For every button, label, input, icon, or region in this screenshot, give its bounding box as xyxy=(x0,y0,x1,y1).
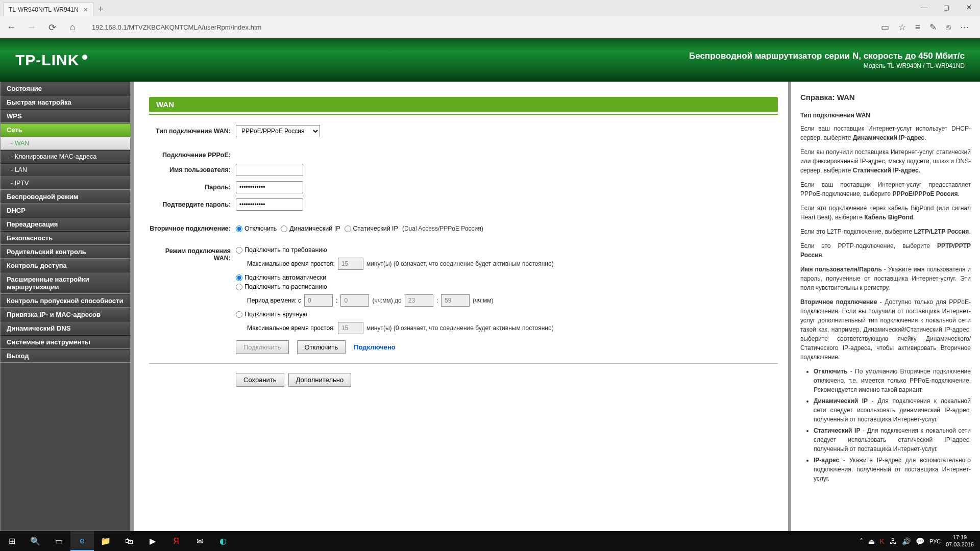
help-panel: Справка: WAN Тип подключения WAN Если ва… xyxy=(788,82,980,531)
task-view-icon[interactable]: ▭ xyxy=(47,531,70,551)
sidebar-item-16[interactable]: Привязка IP- и MAC-адресов xyxy=(1,308,130,321)
yandex-icon[interactable]: Я xyxy=(164,531,188,551)
clock[interactable]: 17:19 07.03.2016 xyxy=(946,534,974,547)
save-button[interactable]: Сохранить xyxy=(236,373,284,387)
forward-button[interactable]: → xyxy=(26,22,38,33)
help-subtitle: Тип подключения WAN xyxy=(800,111,971,120)
edge-icon[interactable]: e xyxy=(70,531,94,551)
sidebar-item-17[interactable]: Динамический DNS xyxy=(1,321,130,335)
tray-network-icon[interactable]: 🖧 xyxy=(890,537,897,545)
sidebar-item-14[interactable]: Расширенные настройки маршрутизации xyxy=(1,272,130,294)
tray-usb-icon[interactable]: ⏏ xyxy=(868,537,875,545)
secondary-static-radio[interactable]: Статический IP xyxy=(345,225,398,232)
media-icon[interactable]: ▶ xyxy=(141,531,164,551)
advanced-button[interactable]: Дополнительно xyxy=(288,373,352,387)
secondary-hint: (Dual Access/PPPoE Россия) xyxy=(402,225,483,232)
connect-button[interactable]: Подключить xyxy=(236,340,289,354)
secondary-label: Вторичное подключение: xyxy=(149,225,236,232)
sidebar: СостояниеБыстрая настройкаWPSСеть- WAN- … xyxy=(0,82,131,531)
reading-view-icon[interactable]: ▭ xyxy=(881,22,889,33)
sidebar-item-2[interactable]: WPS xyxy=(1,109,130,123)
idle1-suffix: минут(ы) (0 означает, что соединение буд… xyxy=(366,260,554,267)
language-indicator[interactable]: РУС xyxy=(929,538,941,544)
mode-manual-radio[interactable]: Подключить вручную xyxy=(236,311,307,318)
home-button[interactable]: ⌂ xyxy=(66,22,79,33)
sidebar-item-6[interactable]: - LAN xyxy=(1,163,130,177)
wan-type-select[interactable]: PPPoE/PPPoE Россия xyxy=(236,125,320,137)
username-label: Имя пользователя: xyxy=(149,166,236,173)
search-icon[interactable]: 🔍 xyxy=(23,531,47,551)
sidebar-item-0[interactable]: Состояние xyxy=(1,82,130,95)
favorite-icon[interactable]: ☆ xyxy=(898,22,906,33)
period-h1-input xyxy=(304,294,333,307)
more-icon[interactable]: ⋯ xyxy=(960,22,969,33)
tray-notify-icon[interactable]: 💬 xyxy=(916,537,924,545)
tray-volume-icon[interactable]: 🔊 xyxy=(902,537,911,545)
router-banner: TP-LINK Беспроводной маршрутизатор серии… xyxy=(0,38,980,82)
confirm-label: Подтвердите пароль: xyxy=(149,201,236,208)
password-input[interactable] xyxy=(236,181,303,193)
sidebar-item-9[interactable]: DHCP xyxy=(1,204,130,217)
connection-status: Подключено xyxy=(354,343,395,351)
period-h2-input xyxy=(405,294,433,307)
logo: TP-LINK xyxy=(15,52,87,69)
disconnect-button[interactable]: Отключить xyxy=(297,340,346,354)
sidebar-item-13[interactable]: Контроль доступа xyxy=(1,259,130,272)
idle1-label: Максимальное время простоя: xyxy=(247,260,335,267)
sidebar-item-1[interactable]: Быстрая настройка xyxy=(1,95,130,109)
store-icon[interactable]: 🛍 xyxy=(117,531,141,551)
sidebar-item-7[interactable]: - IPTV xyxy=(1,177,130,190)
browser-tab[interactable]: TL-WR940N/TL-WR941N × xyxy=(3,2,93,16)
sidebar-item-3[interactable]: Сеть xyxy=(1,123,130,137)
pppoe-section-label: Подключение PPPoE: xyxy=(149,152,236,159)
help-title: Справка: WAN xyxy=(800,92,971,104)
period-m2-input xyxy=(441,294,470,307)
refresh-button[interactable]: ⟳ xyxy=(46,22,58,33)
notes-icon[interactable]: ✎ xyxy=(929,22,937,33)
start-button[interactable]: ⊞ xyxy=(0,531,23,551)
password-label: Пароль: xyxy=(149,184,236,191)
mode-label: Режим подключения WAN: xyxy=(149,246,236,262)
tab-title: TL-WR940N/TL-WR941N xyxy=(9,6,79,13)
confirm-password-input[interactable] xyxy=(236,198,303,211)
idle1-input xyxy=(338,258,363,270)
tray-kaspersky-icon[interactable]: K xyxy=(880,537,885,545)
secondary-disable-radio[interactable]: Отключить xyxy=(236,225,277,232)
sidebar-item-18[interactable]: Системные инструменты xyxy=(1,335,130,349)
banner-model: Модель TL-WR940N / TL-WR941ND xyxy=(689,62,965,69)
wan-type-label: Тип подключения WAN: xyxy=(149,128,236,135)
period-to: (чч:мм) до xyxy=(372,297,401,304)
idle2-input xyxy=(338,322,363,334)
close-tab-icon[interactable]: × xyxy=(84,6,88,14)
sidebar-item-5[interactable]: - Клонирование MAC-адреса xyxy=(1,150,130,163)
page-title: WAN xyxy=(149,97,778,112)
minimize-button[interactable]: — xyxy=(913,0,935,14)
maximize-button[interactable]: ▢ xyxy=(935,0,958,14)
sidebar-item-11[interactable]: Безопасность xyxy=(1,231,130,245)
sidebar-item-10[interactable]: Переадресация xyxy=(1,217,130,231)
sidebar-item-19[interactable]: Выход xyxy=(1,349,130,363)
mode-auto-radio[interactable]: Подключить автоматически xyxy=(236,274,326,281)
back-button[interactable]: ← xyxy=(5,22,17,33)
mode-sched-radio[interactable]: Подключить по расписанию xyxy=(236,283,327,290)
sidebar-item-8[interactable]: Беспроводной режим xyxy=(1,190,130,204)
period-label: Период времени: с xyxy=(247,297,301,304)
period-m1-input xyxy=(340,294,369,307)
close-window-button[interactable]: ✕ xyxy=(958,0,980,14)
sidebar-item-4[interactable]: - WAN xyxy=(1,137,130,150)
app-icon[interactable]: ◐ xyxy=(211,531,235,551)
hub-icon[interactable]: ≡ xyxy=(915,22,920,33)
secondary-dynamic-radio[interactable]: Динамический IP xyxy=(281,225,340,232)
mail-icon[interactable]: ✉ xyxy=(188,531,211,551)
address-bar[interactable]: 192.168.0.1/MTVZKBCAKQNTCMLA/userRpm/Ind… xyxy=(87,23,873,31)
sidebar-item-12[interactable]: Родительский контроль xyxy=(1,245,130,259)
mode-demand-radio[interactable]: Подключить по требованию xyxy=(236,246,327,254)
username-input[interactable] xyxy=(236,164,303,176)
idle2-suffix: минут(ы) (0 означает, что соединение буд… xyxy=(366,324,554,332)
tray-expand-icon[interactable]: ˄ xyxy=(860,537,863,545)
idle2-label: Максимальное время простоя: xyxy=(247,324,335,332)
sidebar-item-15[interactable]: Контроль пропускной способности xyxy=(1,294,130,308)
share-icon[interactable]: ⎋ xyxy=(946,22,951,33)
new-tab-button[interactable]: + xyxy=(93,2,108,16)
explorer-icon[interactable]: 📁 xyxy=(94,531,117,551)
